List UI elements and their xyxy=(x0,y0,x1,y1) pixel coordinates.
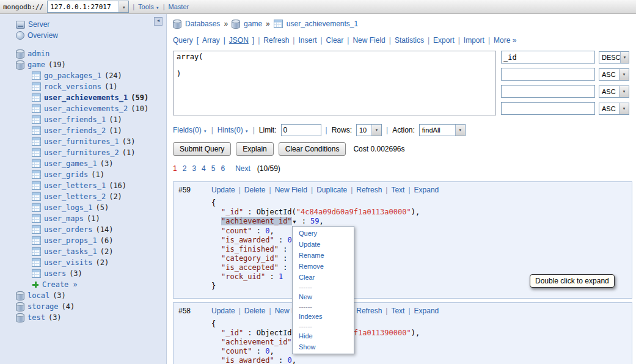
sidebar-collection-user-games-1[interactable]: user_games_1 xyxy=(44,159,97,168)
sidebar-item-overview[interactable]: Overview xyxy=(27,31,58,40)
record-action-text[interactable]: Text xyxy=(391,307,404,315)
limit-input[interactable] xyxy=(281,124,321,136)
tools-menu[interactable]: Tools xyxy=(138,3,159,10)
json-key[interactable]: "category_id" xyxy=(221,254,279,263)
sidebar-collection-user-visits[interactable]: user_visits xyxy=(44,258,92,267)
sort-field-input-1[interactable] xyxy=(501,51,595,64)
breadcrumb-databases[interactable]: Databases xyxy=(185,20,220,28)
sidebar-collection-user-letters-1[interactable]: user_letters_1 xyxy=(44,181,106,190)
sidebar-db-admin[interactable]: admin xyxy=(27,49,49,58)
sidebar-db-test[interactable]: test xyxy=(27,313,45,322)
json-key[interactable]: "_id" xyxy=(221,329,243,337)
sort-order-select-3[interactable]: ASC xyxy=(599,86,629,98)
json-key[interactable]: "achievement_id" xyxy=(221,338,292,346)
page-link-2[interactable]: 2 xyxy=(183,164,187,173)
toolbar-statistics[interactable]: Statistics xyxy=(395,36,424,45)
sidebar-collection-user-furnitures-2[interactable]: user_furnitures_2 xyxy=(44,148,119,157)
sidebar-collection-user-achievements-1[interactable]: user_achievements_1 xyxy=(44,93,128,102)
record-action-expand[interactable]: Expand xyxy=(414,186,439,194)
query-mode-array[interactable]: Array xyxy=(202,36,220,45)
sidebar-collection-rock-versions[interactable]: rock_versions xyxy=(44,82,101,91)
record-action-refresh[interactable]: Refresh xyxy=(356,186,382,194)
sidebar-db-local[interactable]: local xyxy=(27,291,49,300)
sidebar-collection-user-furnitures-1[interactable]: user_furnitures_1 xyxy=(44,137,119,146)
sidebar-collection-user-friends-2[interactable]: user_friends_2 xyxy=(44,126,106,135)
rows-select[interactable]: 10 xyxy=(356,124,382,136)
sidebar-collection-user-logs-1[interactable]: user_logs_1 xyxy=(44,203,92,212)
sidebar-collection-users[interactable]: users xyxy=(44,269,66,278)
page-link-6[interactable]: 6 xyxy=(221,164,225,173)
context-menu-indexes[interactable]: Indexes xyxy=(293,311,354,322)
context-menu-hide[interactable]: Hide xyxy=(293,330,354,341)
record-action-text[interactable]: Text xyxy=(391,186,404,194)
sidebar-collection-user-letters-2[interactable]: user_letters_2 xyxy=(44,192,106,201)
sort-order-select-1[interactable]: DESC xyxy=(599,51,629,64)
sidebar-collection-user-props-1[interactable]: user_props_1 xyxy=(44,236,97,245)
sidebar-collection-user-friends-1[interactable]: user_friends_1 xyxy=(44,115,106,124)
sidebar-collection-user-tasks-1[interactable]: user_tasks_1 xyxy=(44,247,97,256)
json-key[interactable]: "count" xyxy=(221,347,252,355)
record-action-update[interactable]: Update xyxy=(211,186,235,194)
json-key[interactable]: "count" xyxy=(221,227,252,235)
breadcrumb-user-achievements-1[interactable]: user_achievements_1 xyxy=(287,20,358,28)
sidebar-collection-user-orders[interactable]: user_orders xyxy=(44,225,92,234)
json-key[interactable]: "is_accepted" xyxy=(221,263,279,272)
toolbar-clear[interactable]: Clear xyxy=(326,36,344,45)
context-menu-remove[interactable]: Remove xyxy=(293,261,354,272)
context-menu-clear[interactable]: Clear xyxy=(293,272,354,283)
query-textarea[interactable]: array( ) xyxy=(173,51,496,115)
record-action-delete[interactable]: Delete xyxy=(244,186,266,194)
master-link[interactable]: Master xyxy=(169,3,189,10)
collapse-sidebar-icon[interactable] xyxy=(154,17,163,26)
host-select[interactable]: 127.0.0.1:27017 xyxy=(47,1,129,13)
sidebar-item-server[interactable]: Server xyxy=(28,20,49,29)
sidebar-db-game[interactable]: game xyxy=(27,60,45,69)
sidebar-db-storage[interactable]: storage xyxy=(27,302,59,311)
sidebar-collection-user-maps[interactable]: user_maps xyxy=(44,214,84,223)
action-select[interactable]: findAll xyxy=(419,124,466,136)
hints-dropdown[interactable]: Hints(0) xyxy=(217,126,249,134)
page-link-4[interactable]: 4 xyxy=(202,164,206,173)
sort-order-select-2[interactable]: ASC xyxy=(599,68,629,81)
json-key[interactable]: "_id" xyxy=(221,208,243,216)
json-key[interactable]: "is_finished" xyxy=(221,245,279,253)
sort-field-input-4[interactable] xyxy=(501,102,595,115)
json-key[interactable]: "rock_uid" xyxy=(221,272,265,281)
sort-field-input-2[interactable] xyxy=(501,68,595,81)
sort-field-input-3[interactable] xyxy=(501,85,595,98)
record-action-duplicate[interactable]: Duplicate xyxy=(316,186,347,194)
fields-dropdown[interactable]: Fields(0) xyxy=(173,126,207,134)
context-menu-query[interactable]: Query xyxy=(293,228,354,239)
context-menu-show[interactable]: Show xyxy=(293,341,354,352)
next-page-link[interactable]: Next xyxy=(235,164,250,173)
explain-button[interactable]: Explain xyxy=(236,142,273,156)
sidebar-collection-user-grids[interactable]: user_grids xyxy=(44,170,88,179)
context-menu-update[interactable]: Update xyxy=(293,239,354,250)
clear-conditions-button[interactable]: Clear Conditions xyxy=(279,142,346,156)
page-link-5[interactable]: 5 xyxy=(211,164,216,173)
toolbar-insert[interactable]: Insert xyxy=(298,36,316,45)
toolbar-export[interactable]: Export xyxy=(433,36,455,45)
record-action-expand[interactable]: Expand xyxy=(414,307,439,315)
sidebar-collection-go-packages-1[interactable]: go_packages_1 xyxy=(44,71,101,80)
field-dropdown-icon[interactable] xyxy=(293,217,296,227)
record-action-new-field[interactable]: New Field xyxy=(275,186,307,194)
record-action-refresh[interactable]: Refresh xyxy=(356,307,382,315)
json-key[interactable]: "is_awarded" xyxy=(221,236,274,244)
query-mode-json[interactable]: JSON xyxy=(229,36,249,45)
context-menu-rename[interactable]: Rename xyxy=(293,250,354,261)
toolbar-new-field[interactable]: New Field xyxy=(353,36,385,45)
json-key-selected[interactable]: "achievement_id" xyxy=(221,217,292,225)
page-link-3[interactable]: 3 xyxy=(192,164,196,173)
record-action-delete[interactable]: Delete xyxy=(244,307,266,315)
toolbar-import[interactable]: Import xyxy=(464,36,484,45)
context-menu-new[interactable]: New xyxy=(293,291,354,302)
breadcrumb-game[interactable]: game xyxy=(244,20,262,28)
sidebar-create-collection[interactable]: Create » xyxy=(42,280,78,289)
record-action-update[interactable]: Update xyxy=(211,307,235,315)
toolbar-more[interactable]: More » xyxy=(494,36,516,45)
toolbar-refresh[interactable]: Refresh xyxy=(263,36,289,45)
sidebar-collection-user-achievements-2[interactable]: user_achievements_2 xyxy=(44,104,128,113)
sort-order-select-4[interactable]: ASC xyxy=(599,103,629,115)
json-key[interactable]: "is_awarded" xyxy=(221,356,274,364)
